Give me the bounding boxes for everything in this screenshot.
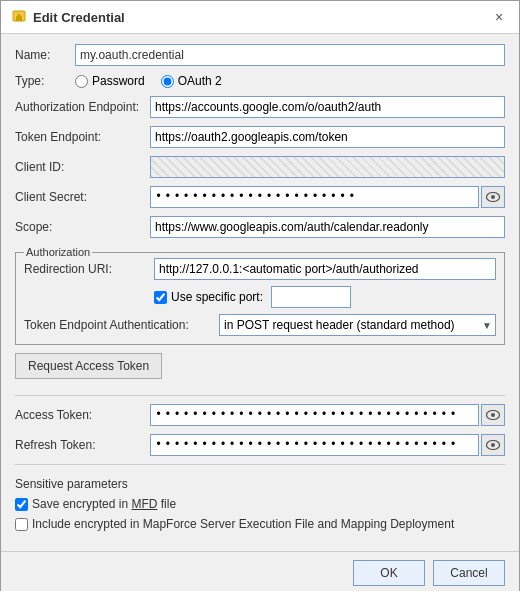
redirection-uri-row: Redirection URI: xyxy=(24,258,496,280)
dialog-body: Name: Type: Password OAuth 2 Authorizati… xyxy=(1,34,519,551)
type-radio-group: Password OAuth 2 xyxy=(75,74,222,88)
cancel-button[interactable]: Cancel xyxy=(433,560,505,586)
use-specific-port-row: Use specific port: xyxy=(24,286,496,308)
refresh-token-eye-button[interactable] xyxy=(481,434,505,456)
title-bar-left: Edit Credential xyxy=(11,9,125,25)
access-token-input[interactable] xyxy=(150,404,479,426)
client-id-row: Client ID: xyxy=(15,156,505,178)
save-encrypted-row: Save encrypted in MFD file xyxy=(15,497,505,511)
svg-point-6 xyxy=(491,413,495,417)
token-endpoint-row: Token Endpoint: xyxy=(15,126,505,148)
use-specific-port-label: Use specific port: xyxy=(171,290,263,304)
client-secret-label: Client Secret: xyxy=(15,190,150,204)
client-id-input[interactable] xyxy=(150,156,505,178)
auth-endpoint-input[interactable] xyxy=(150,96,505,118)
auth-endpoint-row: Authorization Endpoint: xyxy=(15,96,505,118)
redirection-uri-input[interactable] xyxy=(154,258,496,280)
separator-1 xyxy=(15,395,505,396)
refresh-token-input[interactable] xyxy=(150,434,479,456)
client-secret-eye-button[interactable] xyxy=(481,186,505,208)
refresh-token-row: Refresh Token: xyxy=(15,434,505,456)
name-label: Name: xyxy=(15,48,75,62)
authorization-legend: Authorization xyxy=(24,246,92,258)
refresh-token-label: Refresh Token: xyxy=(15,438,150,452)
token-endpoint-input[interactable] xyxy=(150,126,505,148)
use-specific-port-input[interactable] xyxy=(271,286,351,308)
name-row: Name: xyxy=(15,44,505,66)
scope-label: Scope: xyxy=(15,220,150,234)
access-token-eye-icon xyxy=(486,410,500,420)
include-encrypted-checkbox[interactable] xyxy=(15,518,28,531)
access-token-row: Access Token: xyxy=(15,404,505,426)
scope-row: Scope: xyxy=(15,216,505,238)
include-encrypted-row: Include encrypted in MapForce Server Exe… xyxy=(15,517,505,531)
separator-2 xyxy=(15,464,505,465)
redirection-uri-label: Redirection URI: xyxy=(24,262,154,276)
type-row: Type: Password OAuth 2 xyxy=(15,74,505,88)
use-specific-port-group: Use specific port: xyxy=(154,286,351,308)
token-endpoint-auth-select-wrapper: in POST request header (standard method)… xyxy=(219,314,496,336)
title-bar: Edit Credential × xyxy=(1,1,519,34)
svg-point-2 xyxy=(18,14,21,17)
password-radio-text: Password xyxy=(92,74,145,88)
scope-input[interactable] xyxy=(150,216,505,238)
edit-credential-dialog: Edit Credential × Name: Type: Password O… xyxy=(0,0,520,591)
dialog-title: Edit Credential xyxy=(33,10,125,25)
footer: OK Cancel xyxy=(1,551,519,591)
ok-button[interactable]: OK xyxy=(353,560,425,586)
svg-point-8 xyxy=(491,443,495,447)
save-encrypted-checkbox[interactable] xyxy=(15,498,28,511)
access-token-eye-button[interactable] xyxy=(481,404,505,426)
use-specific-port-checkbox[interactable] xyxy=(154,291,167,304)
include-encrypted-label: Include encrypted in MapForce Server Exe… xyxy=(32,517,454,531)
client-secret-row: Client Secret: xyxy=(15,186,505,208)
request-access-token-button[interactable]: Request Access Token xyxy=(15,353,162,379)
password-radio[interactable] xyxy=(75,75,88,88)
type-label: Type: xyxy=(15,74,75,88)
svg-point-4 xyxy=(491,195,495,199)
oauth2-radio-label[interactable]: OAuth 2 xyxy=(161,74,222,88)
password-radio-label[interactable]: Password xyxy=(75,74,145,88)
authorization-fieldset: Authorization Redirection URI: Use speci… xyxy=(15,246,505,345)
refresh-token-eye-icon xyxy=(486,440,500,450)
save-encrypted-label: Save encrypted in MFD file xyxy=(32,497,176,511)
sensitive-title: Sensitive parameters xyxy=(15,477,505,491)
oauth2-radio-text: OAuth 2 xyxy=(178,74,222,88)
request-token-row: Request Access Token xyxy=(15,353,505,387)
token-endpoint-label: Token Endpoint: xyxy=(15,130,150,144)
oauth2-radio[interactable] xyxy=(161,75,174,88)
token-endpoint-auth-label: Token Endpoint Authentication: xyxy=(24,318,219,332)
token-endpoint-auth-select[interactable]: in POST request header (standard method)… xyxy=(219,314,496,336)
client-secret-input[interactable] xyxy=(150,186,479,208)
eye-icon xyxy=(486,192,500,202)
client-id-label: Client ID: xyxy=(15,160,150,174)
name-input[interactable] xyxy=(75,44,505,66)
close-button[interactable]: × xyxy=(489,7,509,27)
sensitive-section: Sensitive parameters Save encrypted in M… xyxy=(15,473,505,541)
token-endpoint-auth-row: Token Endpoint Authentication: in POST r… xyxy=(24,314,496,336)
access-token-label: Access Token: xyxy=(15,408,150,422)
auth-endpoint-label: Authorization Endpoint: xyxy=(15,100,150,114)
credential-icon xyxy=(11,9,27,25)
